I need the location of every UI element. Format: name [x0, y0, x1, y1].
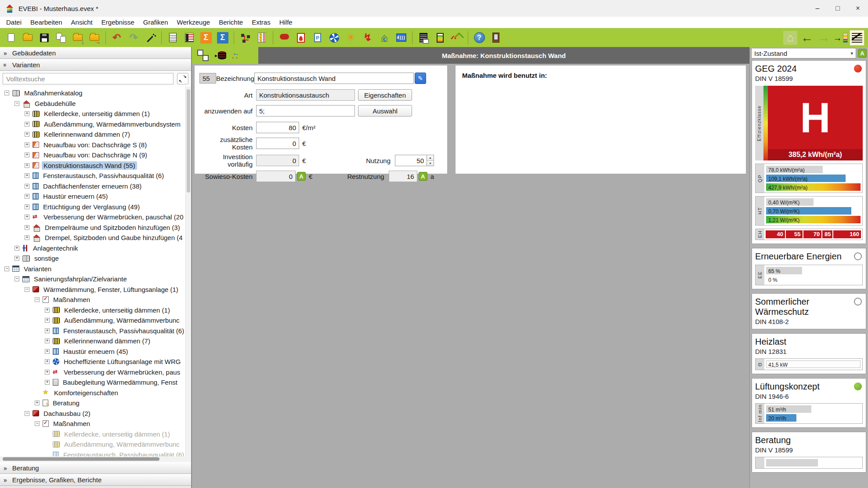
tree-expander[interactable]: +: [25, 153, 29, 157]
zusatzkosten-input[interactable]: [256, 138, 299, 149]
tree-expander[interactable]: +: [25, 215, 29, 219]
tree-item[interactable]: +Verbesserung der Wärmebrücken, pauschal…: [3, 212, 184, 222]
open-folder-icon[interactable]: [20, 30, 35, 45]
nutzung-stepper[interactable]: ▲▼: [395, 155, 434, 166]
tree-item[interactable]: +sonstige: [3, 253, 184, 264]
tree-item[interactable]: Komforteigenschaften: [3, 388, 184, 398]
structure-diagram-icon[interactable]: [238, 30, 253, 45]
sowieso-input[interactable]: [256, 171, 296, 182]
menu-ansicht[interactable]: Ansicht: [67, 17, 97, 28]
auswahl-button[interactable]: Auswahl: [358, 105, 412, 117]
panel-header-varianten[interactable]: »Varianten: [0, 59, 191, 71]
eigenschaften-button[interactable]: Eigenschaften: [358, 89, 412, 101]
investition-input[interactable]: [256, 155, 299, 166]
tree-expander[interactable]: +: [25, 122, 29, 127]
electric-lightning-icon[interactable]: ↯: [360, 30, 375, 45]
ventilation-fan-icon[interactable]: [327, 30, 342, 45]
panel-auto-button[interactable]: A: [858, 49, 867, 58]
panel-header-ergebnisse[interactable]: »Ergebnisse, Grafiken, Berichte: [0, 474, 191, 486]
menu-ergebnisse[interactable]: Ergebnisse: [97, 17, 139, 28]
copy-pages-icon[interactable]: [54, 30, 69, 45]
new-document-icon[interactable]: [4, 30, 18, 45]
collapse-tree-button[interactable]: ↘↖: [177, 73, 188, 84]
tree-expander[interactable]: +: [45, 308, 50, 313]
arrow-forward-icon[interactable]: →: [816, 30, 831, 45]
tree-item[interactable]: +Haustür erneuern (45): [3, 191, 184, 202]
tree-expander[interactable]: −: [25, 411, 29, 416]
tree-item[interactable]: +Beratung: [3, 398, 184, 408]
kosten-input[interactable]: [256, 122, 299, 133]
spin-up-icon[interactable]: ▲: [427, 155, 434, 161]
search-input[interactable]: [3, 73, 174, 84]
panel-header-beratung[interactable]: »Beratung: [0, 462, 191, 474]
help-icon[interactable]: ?: [472, 30, 487, 45]
spin-down-icon[interactable]: ▼: [427, 161, 434, 166]
tree-expander[interactable]: +: [35, 401, 40, 405]
tree-expander[interactable]: −: [14, 277, 19, 281]
tree-item[interactable]: +Fensteraustausch, Passivhausqualität (6…: [3, 171, 184, 181]
menu-grafiken[interactable]: Grafiken: [139, 17, 173, 28]
duplicate-variant-icon[interactable]: [197, 50, 209, 61]
goto-results-icon[interactable]: →: [833, 30, 848, 45]
tree-item[interactable]: −Maßnahmenkatalog: [3, 88, 184, 98]
import-folder-icon[interactable]: ↓: [70, 30, 85, 45]
results-chart-icon[interactable]: [850, 30, 864, 45]
tree-expander[interactable]: +: [25, 132, 29, 137]
tree-item[interactable]: −Sanierungsfahrplan/Zielvariante: [3, 274, 184, 284]
tree-expander[interactable]: +: [45, 328, 50, 333]
energy-certificate-icon[interactable]: [433, 30, 448, 45]
minimize-button[interactable]: –: [807, 0, 828, 17]
save-icon[interactable]: [37, 30, 52, 45]
menu-datei[interactable]: Datei: [2, 17, 26, 28]
restnutzung-input[interactable]: [389, 171, 417, 182]
tree-expander[interactable]: +: [25, 235, 29, 240]
report-list-icon[interactable]: [416, 30, 431, 45]
tree-expander[interactable]: +: [25, 111, 29, 116]
magic-wand-icon[interactable]: [143, 30, 158, 45]
menu-bearbeiten[interactable]: Bearbeiten: [26, 17, 67, 28]
door-icon[interactable]: [488, 30, 503, 45]
sum-blue-icon[interactable]: Σ: [215, 30, 230, 45]
tree-expander[interactable]: +: [25, 163, 29, 168]
tree-item[interactable]: −Varianten: [3, 264, 184, 274]
tree-item[interactable]: −Gebäudehülle: [3, 98, 184, 109]
sowieso-auto-button[interactable]: A: [297, 172, 306, 181]
tree-item[interactable]: +Fensteraustausch, Passivhausqualität (6…: [3, 326, 184, 336]
tree-horizontal-scrollbar[interactable]: [0, 456, 191, 462]
tree-item[interactable]: +Kellerinnenwand dämmen (7): [3, 336, 184, 346]
tree-item[interactable]: +Drempel, Spitzboden und Gaube hinzufüge…: [3, 233, 184, 243]
tree-item[interactable]: +Baubegleitung Wärmedämmung, Fenst: [3, 377, 184, 388]
tree-item[interactable]: −Maßnahmen: [3, 295, 184, 305]
tree-item[interactable]: +Dachflächenfenster erneuern (38): [3, 181, 184, 192]
tree-item[interactable]: −Maßnahmen: [3, 419, 184, 429]
tree-item[interactable]: +Drempelräume und Spitzboden hinzufügen …: [3, 222, 184, 233]
tree-expander[interactable]: +: [14, 256, 19, 261]
transfer-icon[interactable]: ←▪ ▪: [232, 50, 244, 61]
tree-expander[interactable]: −: [35, 297, 40, 302]
restnutzung-auto-button[interactable]: A: [419, 172, 427, 181]
arrow-back-icon[interactable]: ←: [799, 30, 814, 45]
edit-pencil-button[interactable]: ✎: [415, 73, 426, 84]
tree-item[interactable]: +Hocheffiziente Lüftungsanlage mit WRG: [3, 357, 184, 367]
tree-expander[interactable]: −: [25, 287, 29, 292]
tree-item[interactable]: +Neuaufbau von: Dachschräge S (8): [3, 140, 184, 150]
panel-header-gebaeudedaten[interactable]: »Gebäudedaten: [0, 47, 191, 59]
tree-expander[interactable]: +: [25, 173, 29, 178]
tree-expander[interactable]: +: [25, 204, 29, 209]
tree-expander[interactable]: +: [25, 225, 29, 230]
tree-item[interactable]: +Ertüchtigung der Verglasung (49): [3, 202, 184, 212]
undo-icon[interactable]: ↶: [109, 30, 124, 45]
nutzung-input[interactable]: [395, 155, 427, 166]
tree-item[interactable]: +Neuaufbau von: Dachschräge N (9): [3, 150, 184, 160]
wall-layers-icon[interactable]: [254, 30, 269, 45]
economy-euro-house-icon[interactable]: ⌂€: [377, 30, 392, 45]
solar-sun-icon[interactable]: ☀: [344, 30, 358, 45]
tree-item[interactable]: Fensteraustausch, Passivhausqualität (6): [3, 450, 184, 457]
comment-bubble-icon[interactable]: [277, 30, 292, 45]
tree-expander[interactable]: +: [45, 339, 50, 343]
tree-expander[interactable]: +: [45, 359, 50, 364]
tree-expander[interactable]: −: [4, 91, 9, 95]
tree-expander[interactable]: −: [14, 101, 19, 106]
close-button[interactable]: ×: [848, 0, 868, 17]
tree-item[interactable]: +Außendämmung, Wärmedämmverbundsystem: [3, 119, 184, 130]
